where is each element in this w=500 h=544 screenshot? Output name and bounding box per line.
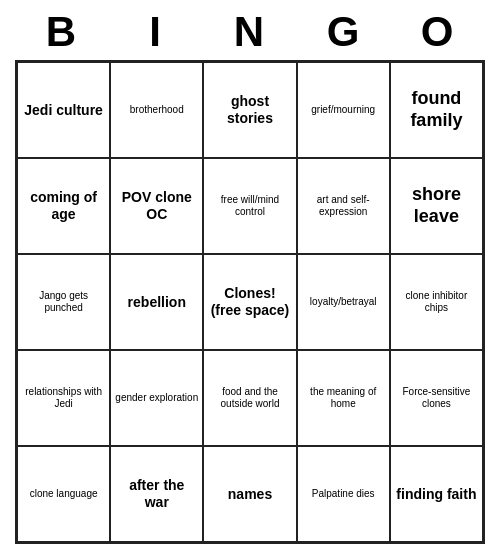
cell-r2-c0: Jango gets punched <box>17 254 110 350</box>
bingo-grid: Jedi culturebrotherhoodghost storiesgrie… <box>15 60 485 544</box>
cell-text-r3-c4: Force-sensitive clones <box>395 386 478 410</box>
cell-text-r1-c4: shore leave <box>395 184 478 227</box>
cell-r0-c4: found family <box>390 62 483 158</box>
cell-text-r0-c0: Jedi culture <box>24 102 103 119</box>
cell-r3-c3: the meaning of home <box>297 350 390 446</box>
cell-text-r2-c4: clone inhibitor chips <box>395 290 478 314</box>
cell-r2-c3: loyalty/betrayal <box>297 254 390 350</box>
cell-r1-c2: free will/mind control <box>203 158 296 254</box>
cell-text-r0-c2: ghost stories <box>208 93 291 127</box>
cell-r4-c0: clone language <box>17 446 110 542</box>
cell-r4-c2: names <box>203 446 296 542</box>
cell-text-r4-c2: names <box>228 486 272 503</box>
title-g: G <box>300 8 388 56</box>
cell-text-r1-c0: coming of age <box>22 189 105 223</box>
cell-r0-c1: brotherhood <box>110 62 203 158</box>
cell-text-r3-c2: food and the outside world <box>208 386 291 410</box>
cell-r4-c1: after the war <box>110 446 203 542</box>
cell-r0-c2: ghost stories <box>203 62 296 158</box>
cell-text-r0-c4: found family <box>395 88 478 131</box>
cell-r1-c4: shore leave <box>390 158 483 254</box>
bingo-title: B I N G O <box>15 0 485 60</box>
cell-text-r3-c0: relationships with Jedi <box>22 386 105 410</box>
title-n: N <box>206 8 294 56</box>
cell-text-r0-c3: grief/mourning <box>311 104 375 116</box>
cell-r4-c4: finding faith <box>390 446 483 542</box>
cell-text-r0-c1: brotherhood <box>130 104 184 116</box>
cell-r3-c2: food and the outside world <box>203 350 296 446</box>
cell-r4-c3: Palpatine dies <box>297 446 390 542</box>
cell-r2-c1: rebellion <box>110 254 203 350</box>
cell-text-r4-c1: after the war <box>115 477 198 511</box>
cell-r1-c1: POV clone OC <box>110 158 203 254</box>
cell-r0-c3: grief/mourning <box>297 62 390 158</box>
cell-text-r3-c3: the meaning of home <box>302 386 385 410</box>
cell-text-r2-c2: Clones! (free space) <box>208 285 291 319</box>
cell-r3-c1: gender exploration <box>110 350 203 446</box>
cell-text-r2-c3: loyalty/betrayal <box>310 296 377 308</box>
cell-r2-c4: clone inhibitor chips <box>390 254 483 350</box>
cell-r1-c0: coming of age <box>17 158 110 254</box>
cell-text-r2-c1: rebellion <box>128 294 186 311</box>
cell-text-r1-c2: free will/mind control <box>208 194 291 218</box>
title-b: B <box>18 8 106 56</box>
title-o: O <box>394 8 482 56</box>
cell-text-r1-c1: POV clone OC <box>115 189 198 223</box>
cell-text-r3-c1: gender exploration <box>115 392 198 404</box>
cell-r1-c3: art and self-expression <box>297 158 390 254</box>
cell-r3-c0: relationships with Jedi <box>17 350 110 446</box>
cell-r2-c2: Clones! (free space) <box>203 254 296 350</box>
cell-r3-c4: Force-sensitive clones <box>390 350 483 446</box>
cell-text-r4-c3: Palpatine dies <box>312 488 375 500</box>
cell-text-r2-c0: Jango gets punched <box>22 290 105 314</box>
cell-r0-c0: Jedi culture <box>17 62 110 158</box>
cell-text-r4-c0: clone language <box>30 488 98 500</box>
title-i: I <box>112 8 200 56</box>
cell-text-r4-c4: finding faith <box>396 486 476 503</box>
cell-text-r1-c3: art and self-expression <box>302 194 385 218</box>
